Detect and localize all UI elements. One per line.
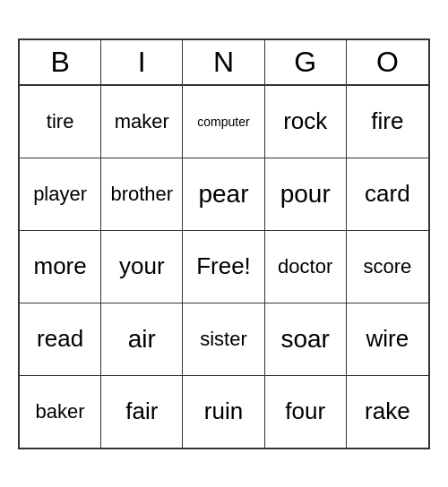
cell-text: sister <box>200 328 247 351</box>
cell-text: four <box>285 397 325 425</box>
header-cell: B <box>20 40 101 84</box>
grid-cell: score <box>347 231 428 303</box>
cell-text: fire <box>371 107 403 135</box>
grid-cell: computer <box>183 86 264 158</box>
grid-cell: your <box>101 231 183 303</box>
grid-cell: player <box>20 158 101 230</box>
grid-cell: brother <box>101 158 183 230</box>
grid-row: playerbrotherpearpourcard <box>20 158 428 231</box>
cell-text: player <box>33 183 87 206</box>
header-row: BINGO <box>20 40 428 86</box>
grid-cell: maker <box>101 86 183 158</box>
grid-row: moreyourFree!doctorscore <box>20 231 428 303</box>
cell-text: rake <box>365 397 410 425</box>
grid-cell: ruin <box>183 376 264 448</box>
cell-text: read <box>37 325 83 353</box>
grid-cell: doctor <box>265 231 347 303</box>
cell-text: fair <box>125 397 158 425</box>
cell-text: more <box>33 252 86 280</box>
cell-text: score <box>363 255 411 278</box>
grid-cell: soar <box>265 303 347 375</box>
cell-text: computer <box>197 115 249 129</box>
cell-text: rock <box>283 107 327 135</box>
header-cell: O <box>347 40 428 84</box>
grid-cell: Free! <box>183 231 264 303</box>
cell-text: pour <box>280 180 331 209</box>
grid-cell: pear <box>183 158 264 230</box>
cell-text: soar <box>280 325 329 354</box>
header-cell: N <box>183 40 264 84</box>
grid-row: tiremakercomputerrockfire <box>20 86 428 158</box>
cell-text: maker <box>115 110 169 133</box>
grid-cell: tire <box>20 86 101 158</box>
cell-text: doctor <box>278 255 332 278</box>
cell-text: tire <box>47 110 74 133</box>
cell-text: brother <box>110 183 173 206</box>
header-cell: I <box>101 40 183 84</box>
grid-cell: fair <box>101 376 183 448</box>
cell-text: Free! <box>196 252 251 280</box>
cell-text: baker <box>36 400 85 423</box>
cell-text: ruin <box>204 397 243 425</box>
grid-row: bakerfairruinfourrake <box>20 376 428 448</box>
cell-text: pear <box>198 180 248 209</box>
bingo-card: BINGO tiremakercomputerrockfireplayerbro… <box>18 38 430 449</box>
grid-cell: rock <box>265 86 347 158</box>
grid-cell: baker <box>20 376 101 448</box>
grid-cell: air <box>101 303 183 375</box>
header-cell: G <box>265 40 347 84</box>
grid-cell: more <box>20 231 101 303</box>
grid-cell: sister <box>183 303 264 375</box>
cell-text: your <box>119 252 165 280</box>
grid-cell: rake <box>347 376 428 448</box>
grid-cell: fire <box>347 86 428 158</box>
cell-text: wire <box>366 325 409 353</box>
grid-row: readairsistersoarwire <box>20 303 428 376</box>
grid-cell: pour <box>265 158 347 230</box>
grid-cell: four <box>265 376 347 448</box>
grid-cell: card <box>347 158 428 230</box>
grid-cell: read <box>20 303 101 375</box>
cell-text: card <box>365 180 410 208</box>
cell-text: air <box>128 325 156 354</box>
grid-cell: wire <box>347 303 428 375</box>
